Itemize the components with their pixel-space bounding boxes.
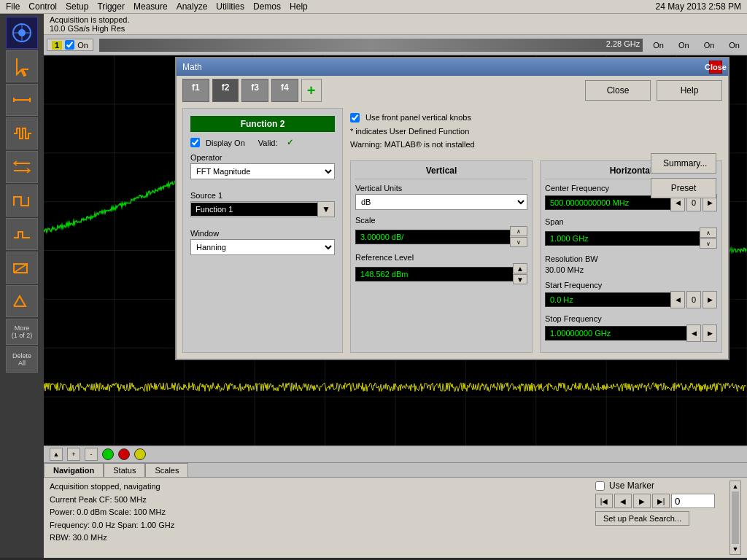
source1-label: Source 1 [190,191,335,200]
pulse-icon[interactable] [6,218,38,250]
stop-freq-buttons: ◀ ▶ [686,324,717,342]
window-label: Window [190,229,335,238]
span-value: 1.000 GHz [545,231,700,246]
func-tab-add-button[interactable]: + [301,79,322,102]
menu-control[interactable]: Control [28,1,57,12]
channel-bar: 1 On 2.28 GHz On On On On [44,35,747,55]
marker-value-input[interactable]: 0 [671,494,715,508]
bottom-scrollbar[interactable]: ▲ ▼ [729,481,741,555]
tab-scales[interactable]: Scales [145,463,188,477]
ref-buttons: ▲ ▼ [513,263,527,284]
front-panel-knobs-label: Use front panel vertical knobs [365,111,471,125]
valid-label: Valid: [258,139,278,147]
func-tabs: f1 f2 f3 f4 + Close Help [177,76,728,102]
func-tab-f1[interactable]: f1 [182,79,209,102]
horiz-cursor-icon[interactable] [6,84,38,116]
display-on-checkbox[interactable] [190,138,200,147]
menu-help[interactable]: Help [290,1,308,12]
use-marker-checkbox[interactable] [595,481,605,491]
close-button[interactable]: Close [585,80,651,101]
vertical-units-dropdown[interactable]: dB [355,194,527,210]
color-red[interactable] [118,448,130,460]
operator-dropdown[interactable]: FFT Magnitude [190,163,335,179]
delete-all-button[interactable]: Delete All [6,346,38,373]
logo-icon [6,17,38,49]
summary-button[interactable]: Summary... [651,153,716,174]
window-group: Window Hanning [190,229,335,255]
marker-prev-btn[interactable]: ◀ [614,494,632,508]
scale-down-btn[interactable]: ∨ [510,237,527,247]
func-tab-f3[interactable]: f3 [241,79,268,102]
span-down-btn[interactable]: ∨ [700,238,717,249]
math-left-panel: Function 2 Display On Valid: ✓ Operator … [182,108,343,353]
tab-status[interactable]: Status [104,463,145,477]
source1-arrow[interactable]: ▼ [317,202,334,217]
source1-value: Function 1 [191,203,317,216]
tab-navigation[interactable]: Navigation [44,463,104,477]
more-button[interactable]: More (1 of 2) [6,319,38,345]
ref-down-btn[interactable]: ▼ [513,274,527,284]
ch1-label[interactable]: 1 On [47,39,93,51]
stop-left-btn[interactable]: ◀ [686,324,701,342]
window-dropdown[interactable]: Hanning [190,239,335,255]
func-tab-f2[interactable]: f2 [212,79,239,102]
marker-next-btn[interactable]: ▶ [633,494,651,508]
menu-setup[interactable]: Setup [66,1,88,12]
menu-bar: File Control Setup Trigger Measure Analy… [0,0,747,14]
menu-measure[interactable]: Measure [133,1,168,12]
scope-inc-btn[interactable]: + [67,448,80,461]
start-left-btn[interactable]: ◀ [670,291,685,308]
bottom-panel: Navigation Status Scales Acquisition sto… [44,462,747,558]
scope-up-btn[interactable]: ▲ [50,448,63,461]
start-right-btn[interactable]: ▶ [703,291,717,308]
marker-last-btn[interactable]: ▶| [652,494,670,508]
freq-bar: 2.28 GHz [99,39,643,52]
bottom-content: Acquisition stopped, navigating Current … [44,478,747,558]
info-section: Use front panel vertical knobs * indicat… [350,108,722,155]
func-tab-f4[interactable]: f4 [271,79,298,102]
menu-utilities[interactable]: Utilities [216,1,244,12]
triangle-icon[interactable] [6,285,38,317]
waveform-icon[interactable] [6,117,38,149]
marker-nav: |◀ ◀ ▶ ▶| 0 [595,494,715,508]
h-arrows-icon[interactable] [6,151,38,183]
stop-right-btn[interactable]: ▶ [703,324,717,342]
ch-on-2: On [649,41,668,50]
help-button[interactable]: Help [657,80,722,101]
menu-trigger[interactable]: Trigger [97,1,125,12]
menu-demos[interactable]: Demos [253,1,281,12]
res-bw-label: Resolution BW [545,254,717,263]
color-yellow[interactable] [134,448,146,460]
cursor-icon[interactable] [6,50,38,82]
ramp-icon[interactable] [6,252,38,284]
math-close-button[interactable]: Close [709,61,722,74]
ch1-checkbox[interactable] [65,40,74,50]
source1-dropdown[interactable]: Function 1 ▼ [190,201,335,217]
scroll-up-btn[interactable]: ▲ [730,483,740,490]
start-freq-label: Start Frequency [545,281,717,289]
scale-up-btn[interactable]: ∧ [510,226,527,236]
acq-status: Acquisition is stopped. 10.0 GSa/s High … [50,15,129,33]
span-up-btn[interactable]: ∧ [700,228,717,238]
ref-level-row: 148.562 dBm ▲ ▼ [355,263,527,284]
peak-search-button[interactable]: Set up Peak Search... [595,511,689,526]
start-zero-btn[interactable]: 0 [686,291,701,308]
status-line-3: Frequency: 0.0 Hz Span: 1.00 GHz [50,519,581,532]
menu-file[interactable]: File [6,1,20,12]
vertical-units-group: Vertical Units dB [355,184,527,210]
preset-button[interactable]: Preset [651,178,716,198]
scope-dec-btn[interactable]: - [85,448,98,461]
scroll-down-btn[interactable]: ▼ [730,545,740,553]
marker-first-btn[interactable]: |◀ [595,494,613,508]
scale-row: 3.00000 dB/ ∧ ∨ [355,226,527,247]
marker-controls: Use Marker [595,481,654,491]
menu-analyze[interactable]: Analyze [177,1,208,12]
res-bw-value: 30.00 MHz [545,264,584,276]
ref-up-btn[interactable]: ▲ [513,263,527,273]
math-title: Math [182,62,202,72]
marker-panel: Use Marker |◀ ◀ ▶ ▶| 0 Set up Peak Searc… [595,481,715,555]
color-green[interactable] [102,448,114,460]
square-wave-icon[interactable] [6,184,38,217]
front-panel-knobs-checkbox[interactable] [350,113,360,122]
svg-line-7 [14,264,27,273]
